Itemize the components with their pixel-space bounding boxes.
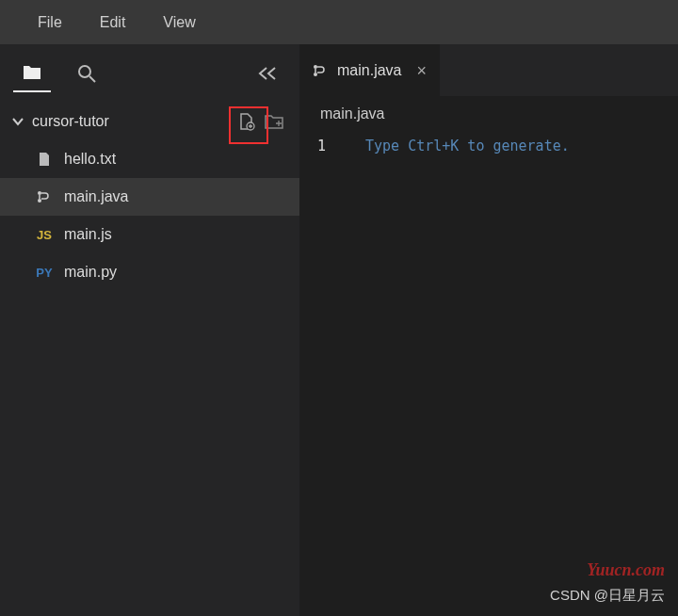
code-area[interactable]: 1 Type Ctrl+K to generate. — [299, 132, 678, 154]
tab-label: main.java — [337, 62, 401, 79]
menu-file[interactable]: File — [28, 10, 72, 35]
svg-point-3 — [38, 191, 41, 195]
folder-name: cursor-tutor — [32, 113, 109, 130]
file-name: main.js — [64, 226, 112, 243]
chevron-down-icon — [11, 115, 24, 128]
line-number: 1 — [299, 138, 339, 154]
svg-point-4 — [38, 199, 41, 203]
java-icon — [313, 63, 328, 78]
watermark-site: Yuucn.com — [587, 560, 665, 580]
menu-view[interactable]: View — [153, 10, 204, 35]
svg-point-0 — [79, 66, 90, 77]
tab-bar: main.java × — [299, 44, 678, 96]
file-name: main.py — [64, 264, 117, 281]
file-name: main.java — [64, 188, 128, 205]
js-icon: JS — [36, 228, 53, 242]
tab-main-java[interactable]: main.java × — [299, 44, 440, 96]
close-icon[interactable]: × — [416, 61, 427, 81]
file-item-hello[interactable]: hello.txt — [0, 140, 299, 178]
file-item-main-java[interactable]: main.java — [0, 178, 299, 216]
watermark-credit: CSDN @日星月云 — [550, 587, 665, 605]
collapse-sidebar-icon[interactable] — [249, 55, 286, 92]
editor-placeholder: Type Ctrl+K to generate. — [339, 138, 570, 154]
file-list: hello.txt main.java JS main.js PY main.p… — [0, 140, 299, 616]
file-item-main-js[interactable]: JS main.js — [0, 216, 299, 253]
search-icon[interactable] — [68, 55, 105, 92]
svg-point-6 — [314, 73, 317, 76]
menubar: File Edit View — [0, 0, 678, 44]
java-icon — [36, 189, 53, 204]
sidebar: cursor-tutor hello.txt — [0, 44, 299, 616]
explorer-icon[interactable] — [13, 55, 51, 92]
svg-point-5 — [314, 65, 317, 69]
svg-line-1 — [89, 76, 95, 82]
file-icon — [36, 152, 53, 167]
highlight-annotation — [229, 106, 268, 144]
breadcrumb[interactable]: main.java — [299, 96, 678, 132]
file-name: hello.txt — [64, 151, 116, 168]
editor-pane: main.java × main.java 1 Type Ctrl+K to g… — [299, 44, 678, 616]
file-item-main-py[interactable]: PY main.py — [0, 253, 299, 291]
py-icon: PY — [36, 266, 53, 280]
menu-edit[interactable]: Edit — [90, 10, 136, 35]
folder-header[interactable]: cursor-tutor — [0, 103, 299, 140]
